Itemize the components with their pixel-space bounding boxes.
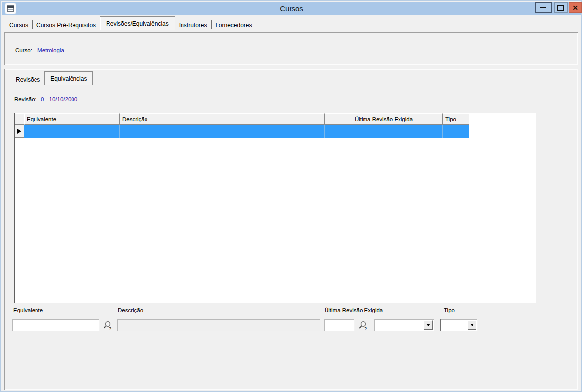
tab-separator [256,20,256,29]
ultima-revisao-combobox[interactable] [374,319,434,331]
grid-cell-descricao [120,125,325,138]
tab-cursos[interactable]: Cursos [5,20,32,30]
magnifier-question-icon: ? [102,321,113,331]
revisao-label: Revisão: [14,96,36,102]
tipo-dropdown-button[interactable] [468,320,476,330]
grid-indicator-header [15,113,24,125]
equivalencias-grid[interactable]: Equivalente Descrição Última Revisão Exi… [14,113,536,303]
equivalente-lookup-button[interactable]: ? [102,320,113,332]
ultima-revisao-lookup-button[interactable]: ? [357,320,369,332]
grid-header-descricao[interactable]: Descrição [120,113,325,125]
grid-cell-equivalente [24,125,120,138]
minimize-button[interactable] [535,2,552,13]
close-icon: ✕ [572,4,578,11]
ultima-revisao-dropdown-button[interactable] [424,320,433,330]
selected-grid-row[interactable] [15,125,536,138]
minimize-icon [540,7,546,8]
curso-value: Metrologia [37,47,64,53]
equivalente-field-label: Equivalente [13,307,43,313]
tab-fornecedores[interactable]: Fornecedores [212,20,256,30]
sub-tab-bar: Revisões Equivalências [11,72,93,85]
grid-header-ultima-revisao-exigida[interactable]: Última Revisão Exigida [325,113,443,125]
window-title: Cursos [2,4,581,13]
descricao-input [117,319,320,331]
equivalente-input[interactable] [12,319,100,331]
titlebar[interactable]: Cursos [2,2,581,15]
main-tab-bar: Cursos Cursos Pré-Requisitos Revisões/Eq… [5,16,256,30]
grid-header-tipo[interactable]: Tipo [443,113,469,125]
ultima-revisao-input[interactable] [324,319,355,331]
tab-cursos-pre-requisitos[interactable]: Cursos Pré-Requisitos [33,20,100,30]
tab-revisoes-equivalencias[interactable]: Revisões/Equivalências [100,16,175,30]
maximize-button[interactable] [554,2,568,13]
revisao-line: Revisão: 0 - 10/10/2000 [14,96,77,102]
magnifier-question-icon: ? [358,321,368,331]
grid-header-equivalente[interactable]: Equivalente [24,113,120,125]
ultima-revisao-field-label: Última Revisão Exigida [325,307,383,313]
close-button[interactable]: ✕ [569,2,582,13]
row-indicator-cell [15,125,24,138]
grid-cell-ultima-revisao [325,125,443,138]
curso-line: Curso: Metrologia [15,47,64,53]
maximize-icon [557,5,564,11]
descricao-field-label: Descrição [118,307,143,313]
revisao-value: 0 - 10/10/2000 [41,96,77,102]
current-row-arrow-icon [17,129,21,134]
svg-text:?: ? [364,326,367,331]
tab-revisoes[interactable]: Revisões [11,74,44,85]
svg-text:?: ? [109,326,111,331]
chevron-down-icon [426,324,430,326]
curso-panel [4,32,578,65]
tipo-field-label: Tipo [444,307,455,313]
tab-equivalencias[interactable]: Equivalências [44,71,93,85]
tipo-combobox[interactable] [440,319,478,331]
grid-cell-tipo [443,125,469,138]
chevron-down-icon [470,324,474,326]
curso-label: Curso: [15,47,32,53]
grid-header-row: Equivalente Descrição Última Revisão Exi… [15,113,536,125]
app-window: Cursos ✕ Cursos Cursos Pré-Requisitos Re… [0,0,582,392]
tab-instrutores[interactable]: Instrutores [175,20,211,30]
